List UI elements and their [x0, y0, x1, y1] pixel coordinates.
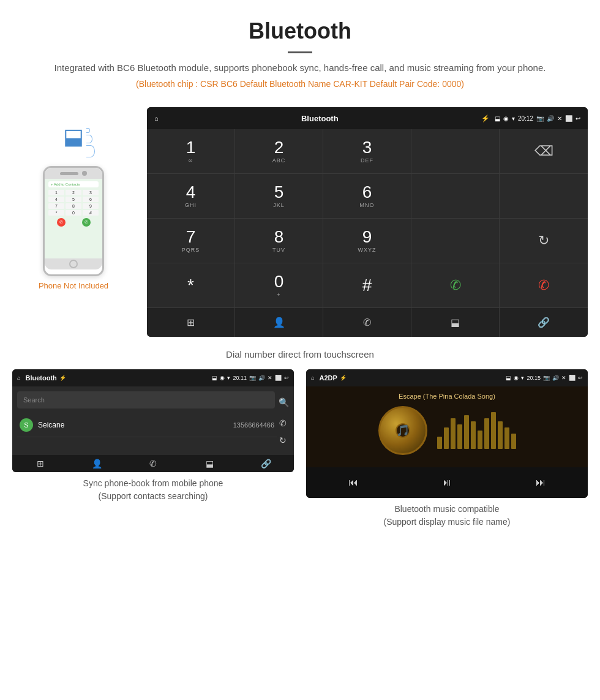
next-button[interactable]: ⏭ — [494, 472, 588, 493]
dial-refresh[interactable]: ↻ — [500, 219, 588, 263]
signal-waves — [86, 128, 95, 157]
loc-icon-music: ◉ — [514, 375, 519, 381]
music-content: Escape (The Pina Colada Song) 🎵 — [306, 386, 588, 467]
page-header: Bluetooth Integrated with BC6 Bluetooth … — [0, 0, 600, 107]
phone-mockup: + Add to Contacts 123 456 789 *0# ✆ ✆ — [43, 166, 104, 276]
search-bar[interactable]: Search — [17, 391, 275, 408]
person-icon: 👤 — [273, 317, 285, 328]
divider — [288, 51, 312, 53]
phonebook-content: Search 🔍 S Seicane 13566664466 ✆ ↻ — [12, 386, 294, 455]
cam-icon-music: 📷 — [543, 375, 550, 381]
dial-key-6[interactable]: 6 MNO — [323, 174, 411, 218]
contacts-icon-active: 👤 — [92, 459, 102, 469]
page-title: Bluetooth — [37, 18, 563, 44]
phonebook-bottom-bar: ⊞ 👤 ✆ ⬓ 🔗 — [12, 455, 294, 472]
phone-icon: ✆ — [363, 317, 371, 328]
start-call-btn: ✆ — [82, 218, 91, 227]
dial-key-1[interactable]: 1 ∞ — [147, 129, 235, 173]
bluetooth-wave: ⬓ — [63, 126, 84, 148]
dial-bottom-contacts[interactable]: 👤 — [235, 308, 323, 337]
volume-icon[interactable]: 🔊 — [547, 115, 554, 122]
music-status-title: A2DP — [319, 374, 337, 382]
bluetooth-symbol-icon: ⬓ — [63, 124, 84, 149]
home-icon-mini: ⌂ — [17, 375, 20, 381]
dial-bottom-phone[interactable]: ✆ — [323, 308, 411, 337]
phone-screen: + Add to Contacts 123 456 789 *0# ✆ ✆ — [45, 179, 102, 258]
dial-key-hash[interactable]: # — [323, 263, 411, 307]
dial-caption: Dial number direct from touchscreen — [0, 349, 600, 359]
dial-empty-3 — [500, 174, 588, 218]
dial-section: ⬓ + Add to Contacts 123 456 789 *0# — [0, 107, 600, 343]
dial-key-3[interactable]: 3 DEF — [323, 129, 411, 173]
eq-bar-4 — [464, 415, 469, 449]
dial-key-5[interactable]: 5 JKL — [235, 174, 323, 218]
x-icon-music: ✕ — [561, 375, 566, 381]
dial-backspace[interactable]: ⌫ — [500, 129, 588, 173]
statusbar-title: Bluetooth — [159, 114, 481, 123]
eq-bar-2 — [451, 418, 456, 449]
phone-dialpad: 123 456 789 *0# — [48, 190, 99, 216]
dial-key-2[interactable]: 2 ABC — [235, 129, 323, 173]
phonebook-block: ⌂ Bluetooth ⚡ ⬓ ◉ ▾ 20:11 📷 🔊 ✕ ⬜ ↩ — [12, 369, 294, 529]
play-pause-button[interactable]: ⏯ — [400, 472, 493, 493]
bluetooth-status-icon: ⬓ — [495, 115, 500, 122]
dial-key-0[interactable]: 0 + — [235, 263, 323, 307]
music-statusbar-right: ⬓ ◉ ▾ 20:15 📷 🔊 ✕ ⬜ ↩ — [506, 375, 583, 381]
time-music: 20:15 — [527, 375, 541, 381]
dial-empty-1 — [411, 129, 500, 173]
home-icon-music: ⌂ — [311, 375, 314, 381]
dial-key-7[interactable]: 7 PQRS — [147, 219, 235, 263]
dial-row-2: 4 GHI 5 JKL 6 MNO — [147, 174, 588, 219]
contact-row-seicane[interactable]: S Seicane 13566664466 — [17, 413, 277, 437]
win-icon-mini: ⬜ — [275, 375, 282, 381]
search-icon[interactable]: 🔍 — [279, 397, 289, 407]
phone-home-btn — [69, 260, 78, 268]
pb-bottom-phone[interactable]: ✆ — [125, 459, 181, 469]
close-icon[interactable]: ✕ — [557, 115, 562, 122]
dial-call-red[interactable]: ✆ — [500, 263, 588, 307]
prev-button[interactable]: ⏮ — [306, 472, 400, 493]
pb-bottom-link[interactable]: 🔗 — [238, 459, 294, 469]
dial-key-9[interactable]: 9 WXYZ — [323, 219, 411, 263]
dial-bottom-grid[interactable]: ⊞ — [147, 308, 235, 337]
location-icon: ◉ — [503, 115, 509, 122]
bottom-screens: ⌂ Bluetooth ⚡ ⬓ ◉ ▾ 20:11 📷 🔊 ✕ ⬜ ↩ — [0, 369, 600, 529]
end-call-btn: ✆ — [57, 218, 66, 227]
music-controls: ⏮ ⏯ ⏭ — [306, 467, 588, 498]
dial-bottom-bluetooth[interactable]: ⬓ — [411, 308, 500, 337]
dial-row-3: 7 PQRS 8 TUV 9 WXYZ ↻ — [147, 219, 588, 263]
back-icon-music: ↩ — [578, 375, 583, 381]
call-red-icon: ✆ — [538, 277, 549, 293]
pb-bottom-grid[interactable]: ⊞ — [12, 459, 69, 469]
phonebook-screen: ⌂ Bluetooth ⚡ ⬓ ◉ ▾ 20:11 📷 🔊 ✕ ⬜ ↩ — [12, 369, 294, 472]
grid-icon: ⊞ — [187, 317, 195, 328]
dial-row-4: * 0 + # ✆ ✆ — [147, 263, 588, 308]
dial-key-8[interactable]: 8 TUV — [235, 219, 323, 263]
dial-bottom-link[interactable]: 🔗 — [500, 308, 588, 337]
phone-right-icon[interactable]: ✆ — [279, 418, 287, 428]
back-icon[interactable]: ↩ — [576, 115, 580, 122]
dial-empty-2 — [411, 174, 500, 218]
dial-key-star[interactable]: * — [147, 263, 235, 307]
dial-empty-4 — [411, 219, 500, 263]
phonebook-statusbar: ⌂ Bluetooth ⚡ ⬓ ◉ ▾ 20:11 📷 🔊 ✕ ⬜ ↩ — [12, 369, 294, 386]
contact-initial: S — [20, 418, 33, 432]
time-display: 20:12 — [518, 115, 533, 122]
home-icon[interactable]: ⌂ — [154, 115, 159, 122]
dial-bottom-bar: ⊞ 👤 ✆ ⬓ 🔗 — [147, 308, 588, 337]
bt-icon-pb: ⬓ — [206, 459, 214, 469]
dial-key-4[interactable]: 4 GHI — [147, 174, 235, 218]
window-icon[interactable]: ⬜ — [565, 115, 572, 122]
music-note-icon: 🎵 — [396, 424, 410, 437]
pb-bottom-contacts[interactable]: 👤 — [69, 459, 125, 469]
android-dialpad: 1 ∞ 2 ABC 3 DEF ⌫ 4 — [147, 129, 588, 337]
contact-phone: 13566664466 — [233, 421, 274, 429]
dial-call-green[interactable]: ✆ — [411, 263, 500, 307]
music-visual-area: 🎵 — [312, 406, 582, 455]
pb-bottom-bt[interactable]: ⬓ — [181, 459, 238, 469]
camera-icon[interactable]: 📷 — [536, 115, 544, 122]
bluetooth-bottom-icon: ⬓ — [451, 317, 460, 328]
refresh-right-icon[interactable]: ↻ — [279, 435, 287, 445]
statusbar-left: ⌂ — [154, 115, 159, 122]
phone-icon-pb: ✆ — [149, 459, 157, 469]
